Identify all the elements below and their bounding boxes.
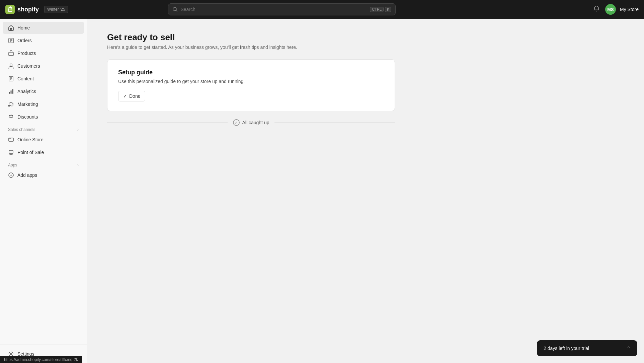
- logo[interactable]: shopify: [5, 5, 39, 14]
- avatar: MS: [605, 4, 616, 15]
- statusbar-url: https://admin.shopify.com/store/dffxmq-2…: [4, 357, 78, 362]
- svg-rect-13: [9, 92, 10, 94]
- trial-text: 2 days left in your trial: [544, 346, 623, 351]
- home-icon: [8, 25, 14, 31]
- sidebar-item-settings-label: Settings: [17, 351, 34, 357]
- add-apps-icon: [8, 172, 14, 178]
- sidebar-item-home[interactable]: Home: [3, 22, 84, 34]
- sidebar-item-customers[interactable]: Customers: [3, 60, 84, 72]
- done-button-label: Done: [129, 93, 140, 99]
- sidebar-item-content[interactable]: Content: [3, 73, 84, 85]
- svg-point-16: [8, 105, 10, 106]
- sidebar-item-discounts[interactable]: Discounts: [3, 111, 84, 123]
- sidebar-item-add-apps-label: Add apps: [17, 172, 37, 178]
- svg-point-19: [9, 138, 10, 139]
- trial-banner[interactable]: 2 days left in your trial ⌃: [537, 340, 637, 356]
- caught-up-center: ✓ All caught up: [228, 119, 275, 126]
- sidebar-item-orders-label: Orders: [17, 38, 32, 43]
- done-button[interactable]: ✓ Done: [118, 91, 145, 101]
- svg-point-25: [10, 353, 12, 355]
- k-key: K: [385, 7, 391, 12]
- store-name[interactable]: My Store: [620, 7, 639, 12]
- ctrl-key: CTRL: [370, 7, 384, 12]
- online-store-icon: [8, 137, 14, 143]
- content-icon: [8, 76, 14, 82]
- svg-point-8: [10, 64, 12, 66]
- svg-rect-7: [9, 52, 13, 56]
- main-content: Get ready to sell Here's a guide to get …: [87, 19, 644, 363]
- apps-header: Apps ›: [0, 159, 87, 169]
- sidebar-item-point-of-sale[interactable]: Point of Sale: [3, 146, 84, 158]
- statusbar: https://admin.shopify.com/store/dffxmq-2…: [0, 356, 82, 363]
- sidebar-item-products[interactable]: Products: [3, 47, 84, 59]
- layout: Home Orders Products Customers Content: [0, 19, 644, 363]
- products-icon: [8, 50, 14, 56]
- sidebar-item-discounts-label: Discounts: [17, 114, 38, 120]
- trial-chevron-icon: ⌃: [627, 346, 631, 351]
- sidebar-item-home-label: Home: [17, 25, 30, 30]
- sales-channels-label: Sales channels: [8, 127, 35, 132]
- sales-channels-chevron-icon[interactable]: ›: [77, 127, 79, 132]
- topbar: shopify Winter '25 CTRL K MS My Store: [0, 0, 644, 19]
- sidebar-item-marketing[interactable]: Marketing: [3, 98, 84, 110]
- sidebar-item-online-store[interactable]: Online Store: [3, 134, 84, 146]
- sidebar-item-add-apps[interactable]: Add apps: [3, 169, 84, 181]
- apps-chevron-icon[interactable]: ›: [77, 163, 79, 167]
- search-shortcut: CTRL K: [370, 7, 391, 12]
- setup-guide-card: Setup guide Use this personalized guide …: [107, 59, 395, 111]
- search-input[interactable]: [180, 7, 367, 12]
- sidebar: Home Orders Products Customers Content: [0, 19, 87, 363]
- sidebar-item-analytics[interactable]: Analytics: [3, 85, 84, 97]
- shopify-bag-icon: [5, 5, 15, 14]
- page-title: Get ready to sell: [107, 32, 624, 43]
- analytics-icon: [8, 88, 14, 94]
- sidebar-item-pos-label: Point of Sale: [17, 150, 44, 155]
- notifications-button[interactable]: [592, 4, 601, 15]
- sidebar-item-marketing-label: Marketing: [17, 101, 38, 107]
- apps-label: Apps: [8, 163, 17, 167]
- caught-up-icon: ✓: [233, 119, 240, 126]
- discounts-icon: [8, 114, 14, 120]
- caught-up-line-left: [107, 123, 228, 123]
- point-of-sale-icon: [8, 149, 14, 155]
- sidebar-item-content-label: Content: [17, 76, 34, 81]
- search-icon: [172, 7, 178, 12]
- svg-line-2: [176, 10, 177, 12]
- page-subtitle: Here's a guide to get started. As your b…: [107, 45, 624, 50]
- topbar-right: MS My Store: [592, 4, 639, 15]
- caught-up-line-right: [274, 123, 395, 123]
- orders-icon: [8, 38, 14, 44]
- bell-icon: [593, 5, 600, 12]
- winter-badge: Winter '25: [44, 6, 68, 13]
- customers-icon: [8, 63, 14, 69]
- svg-point-20: [10, 138, 11, 139]
- sales-channels-header: Sales channels ›: [0, 123, 87, 133]
- setup-guide-title: Setup guide: [118, 69, 384, 76]
- sidebar-item-products-label: Products: [17, 51, 36, 56]
- svg-rect-15: [12, 89, 13, 94]
- svg-rect-17: [9, 138, 13, 141]
- caught-up-label: All caught up: [242, 120, 269, 125]
- sidebar-item-analytics-label: Analytics: [17, 89, 36, 94]
- marketing-icon: [8, 101, 14, 107]
- sidebar-item-customers-label: Customers: [17, 63, 40, 69]
- search-bar[interactable]: CTRL K: [168, 3, 396, 15]
- sidebar-item-orders[interactable]: Orders: [3, 34, 84, 47]
- sidebar-item-online-store-label: Online Store: [17, 137, 44, 142]
- shopify-logo-text: shopify: [17, 6, 39, 13]
- checkmark-icon: ✓: [123, 93, 127, 99]
- svg-rect-21: [9, 150, 13, 153]
- svg-rect-14: [11, 90, 12, 94]
- caught-up-row: ✓ All caught up: [107, 119, 395, 126]
- setup-guide-description: Use this personalized guide to get your …: [118, 79, 384, 84]
